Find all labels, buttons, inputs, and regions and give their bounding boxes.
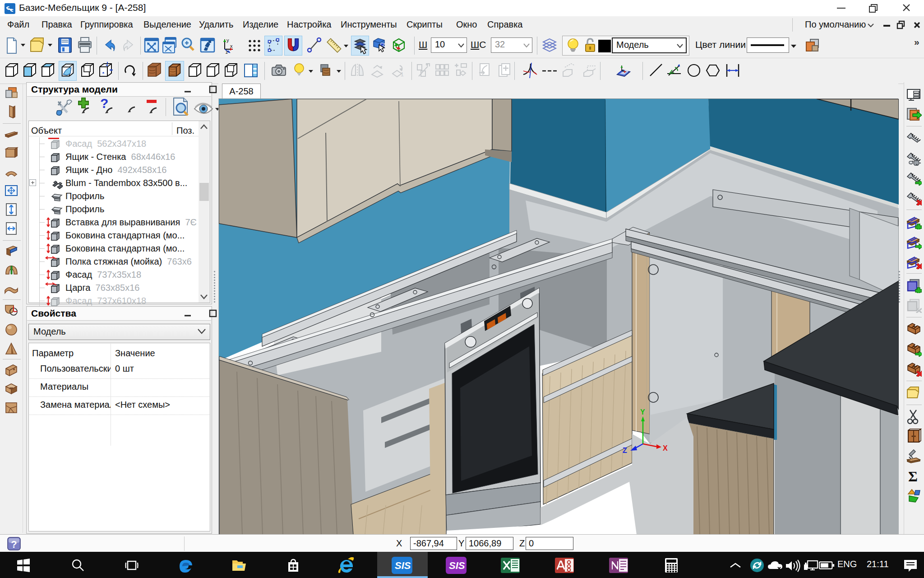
svg-text:z: z bbox=[226, 49, 228, 55]
svg-text:Σ: Σ bbox=[908, 468, 918, 484]
svg-text:Z: Z bbox=[623, 447, 627, 454]
svg-text:?: ? bbox=[11, 539, 17, 550]
svg-text:y: y bbox=[226, 37, 229, 43]
svg-text:SIS: SIS bbox=[449, 560, 465, 571]
svg-text:?: ? bbox=[100, 97, 108, 111]
svg-text:SIS: SIS bbox=[395, 560, 411, 571]
svg-text:1: 1 bbox=[401, 71, 404, 78]
svg-text:Y: Y bbox=[640, 408, 645, 416]
svg-text:X: X bbox=[663, 444, 668, 452]
svg-text:x: x bbox=[230, 43, 233, 49]
